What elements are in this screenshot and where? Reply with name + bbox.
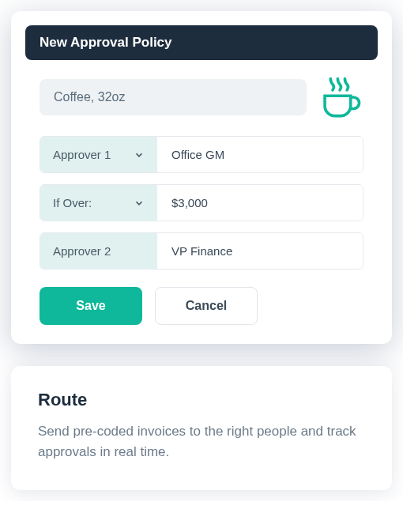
- chevron-down-icon: [134, 149, 145, 160]
- item-name-input[interactable]: Coffee, 32oz: [40, 79, 307, 115]
- route-title: Route: [38, 390, 365, 410]
- if-over-select[interactable]: If Over:: [40, 185, 157, 221]
- approver-1-label: Approver 1: [53, 148, 111, 161]
- card-header: New Approval Policy: [25, 25, 378, 60]
- coffee-icon: [318, 74, 363, 120]
- route-card: Route Send pre-coded invoices to the rig…: [11, 366, 392, 490]
- approver-1-select[interactable]: Approver 1: [40, 137, 157, 172]
- button-row: Save Cancel: [40, 287, 363, 325]
- route-description: Send pre-coded invoices to the right peo…: [38, 421, 365, 463]
- item-row: Coffee, 32oz: [40, 74, 363, 120]
- approver-2-label: Approver 2: [53, 244, 111, 258]
- save-button[interactable]: Save: [40, 287, 142, 325]
- approval-policy-card: New Approval Policy Coffee, 32oz Approve…: [11, 11, 392, 344]
- approver-2-row: Approver 2 VP Finance: [40, 232, 363, 270]
- if-over-value[interactable]: $3,000: [157, 185, 363, 221]
- approver-1-row: Approver 1 Office GM: [40, 136, 363, 173]
- if-over-label: If Over:: [53, 196, 92, 209]
- if-over-row: If Over: $3,000: [40, 184, 363, 221]
- cancel-button[interactable]: Cancel: [155, 287, 258, 325]
- approver-1-value[interactable]: Office GM: [157, 137, 363, 172]
- form-body: Coffee, 32oz Approver 1 Office GM If Ove…: [25, 74, 378, 330]
- approver-2-label-cell[interactable]: Approver 2: [40, 233, 157, 269]
- chevron-down-icon: [134, 198, 145, 209]
- approver-2-value[interactable]: VP Finance: [157, 233, 363, 269]
